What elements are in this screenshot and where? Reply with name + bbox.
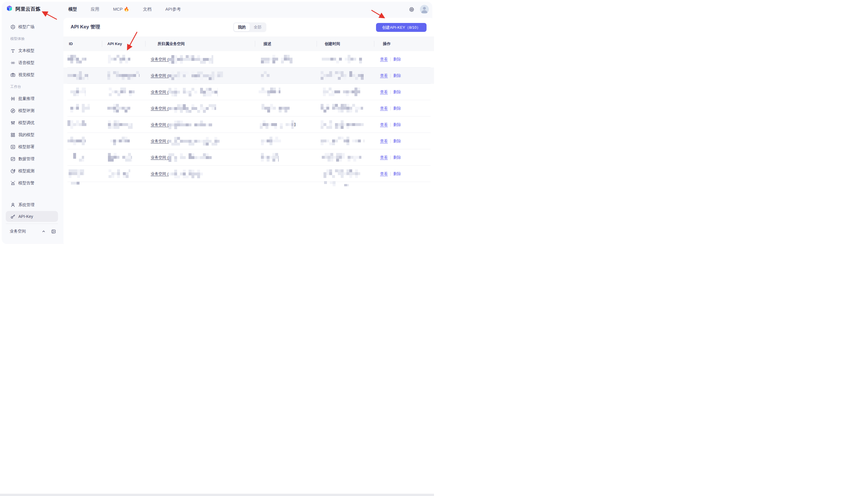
table-row: 业务空间 (查看删除 xyxy=(63,67,434,84)
workspace-link[interactable]: 业务空间 ( xyxy=(151,73,169,78)
sidebar-item[interactable]: 模型部署 xyxy=(2,141,62,153)
workspace-link[interactable]: 业务空间 ( xyxy=(151,90,169,95)
redacted-api-key xyxy=(108,55,130,63)
api-key-icon xyxy=(10,214,16,219)
column-header: 创建时间 xyxy=(325,36,340,51)
view-action-link[interactable]: 查看 xyxy=(380,122,388,127)
top-bar: 阿里云百炼 模型应用MCP 🔥文档API参考 xyxy=(2,2,432,17)
column-divider xyxy=(374,41,374,47)
sidebar-item[interactable]: 模型观测 xyxy=(2,165,62,177)
top-nav-item-3[interactable]: MCP 🔥 xyxy=(113,6,129,12)
data-management-icon xyxy=(10,156,16,161)
redacted-id xyxy=(67,71,88,80)
table-row: 业务空间 (查看删除 xyxy=(63,149,434,166)
sidebar-item[interactable]: 模型广场 xyxy=(2,21,62,33)
workspace-cell: 业务空间 ( xyxy=(151,67,223,84)
row-actions: 查看删除 xyxy=(380,117,401,133)
sidebar-item[interactable]: 视觉模型 xyxy=(2,69,62,81)
delete-action-link[interactable]: 删除 xyxy=(393,57,401,62)
delete-action-link[interactable]: 删除 xyxy=(393,171,401,176)
workspace-label: 业务空间 xyxy=(10,229,26,234)
redacted-workspace-name xyxy=(169,104,216,113)
redacted-id xyxy=(70,153,84,161)
sidebar-item[interactable]: 数据管理 xyxy=(2,153,62,165)
sidebar-item[interactable]: 模型评测 xyxy=(2,105,62,117)
user-avatar[interactable] xyxy=(420,5,429,14)
sidebar-item-label: 模型广场 xyxy=(18,25,34,30)
view-action-link[interactable]: 查看 xyxy=(380,106,388,111)
sidebar-item-system-admin[interactable]: 系统管理 xyxy=(2,199,62,211)
redacted-description xyxy=(259,88,280,96)
delete-action-link[interactable]: 删除 xyxy=(393,122,401,127)
redacted-api-key xyxy=(108,153,132,161)
redacted-workspace-name xyxy=(169,88,218,96)
text-model-icon xyxy=(10,48,16,53)
redacted-created-time xyxy=(321,71,364,80)
workspace-row: 业务空间 xyxy=(2,225,62,238)
redacted-id xyxy=(67,120,87,129)
workspace-link[interactable]: 业务空间 ( xyxy=(151,171,169,176)
sidebar-item-label: 模型部署 xyxy=(18,144,34,150)
model-plaza-icon xyxy=(10,25,16,30)
speech-model-icon xyxy=(10,60,16,65)
top-nav-item-5[interactable]: API参考 xyxy=(165,6,181,12)
redacted-created-time xyxy=(321,120,364,129)
sidebar-item-label: 系统管理 xyxy=(18,202,34,207)
column-header: 描述 xyxy=(264,36,271,51)
row-actions: 查看删除 xyxy=(380,51,401,67)
sidebar-item-label: 语音模型 xyxy=(18,60,34,65)
action-separator xyxy=(390,107,391,110)
delete-action-link[interactable]: 删除 xyxy=(393,155,401,160)
table-row: 业务空间 (]查看删除 xyxy=(63,117,434,133)
view-action-link[interactable]: 查看 xyxy=(380,90,388,95)
sidebar-section-title: 工作台 xyxy=(2,81,62,93)
batch-inference-icon xyxy=(10,96,16,101)
sidebar-nav: 模型广场模型体验文本模型语音模型视觉模型工作台批量推理模型评测模型调优我的模型模… xyxy=(2,17,62,189)
sidebar-item[interactable]: 语音模型 xyxy=(2,57,62,69)
workspace-link[interactable]: 业务空间 ( xyxy=(151,122,169,127)
view-action-link[interactable]: 查看 xyxy=(380,57,388,62)
settings-gear-icon[interactable] xyxy=(409,6,415,12)
delete-action-link[interactable]: 删除 xyxy=(393,73,401,78)
redacted-created-time xyxy=(321,104,363,112)
workspace-link[interactable]: 业务空间 ( xyxy=(151,139,169,144)
workspace-cell: 业务空间 ( xyxy=(151,100,216,117)
sidebar-item[interactable]: 我的模型 xyxy=(2,129,62,141)
brand-logo-icon xyxy=(6,4,13,13)
workspace-link[interactable]: 业务空间 ( xyxy=(151,155,169,160)
view-action-link[interactable]: 查看 xyxy=(380,73,388,78)
workspace-collapse-chevron-up-icon[interactable] xyxy=(41,229,46,234)
sidebar-item[interactable]: 模型告警 xyxy=(2,177,62,189)
view-action-link[interactable]: 查看 xyxy=(380,139,388,144)
scope-toggle-option[interactable]: 我的 xyxy=(234,23,250,31)
redacted-id xyxy=(70,88,86,96)
workspace-link[interactable]: 业务空间 ( xyxy=(151,57,169,62)
delete-action-link[interactable]: 删除 xyxy=(393,90,401,95)
delete-action-link[interactable]: 删除 xyxy=(393,106,401,111)
redacted-api-key xyxy=(106,88,135,96)
row-actions: 查看删除 xyxy=(380,133,401,149)
action-separator xyxy=(390,58,391,61)
brand[interactable]: 阿里云百炼 xyxy=(6,4,41,13)
delete-action-link[interactable]: 删除 xyxy=(393,139,401,144)
table-body: 业务空间 (查看删除业务空间 (查看删除业务空间 (查看删除业务空间 (查看删除… xyxy=(63,51,434,182)
view-action-link[interactable]: 查看 xyxy=(380,155,388,160)
sidebar-item-api-key[interactable]: API-Key xyxy=(6,211,58,222)
sidebar-item[interactable]: 模型调优 xyxy=(2,117,62,129)
top-nav-item-1[interactable]: 模型 xyxy=(68,6,77,12)
sidebar-panel-collapse-icon[interactable] xyxy=(50,229,56,234)
sidebar-item-label: 文本模型 xyxy=(18,48,34,53)
description-visible-char: ] xyxy=(294,122,295,126)
workspace-cell: 业务空间 ( xyxy=(151,51,213,67)
redacted-api-key xyxy=(107,104,133,112)
sidebar-item[interactable]: 文本模型 xyxy=(2,45,62,57)
top-nav-item-2[interactable]: 应用 xyxy=(91,6,99,12)
top-nav-item-4[interactable]: 文档 xyxy=(143,6,152,12)
view-action-link[interactable]: 查看 xyxy=(380,171,388,176)
scope-toggle-option[interactable]: 全部 xyxy=(250,23,265,31)
column-divider xyxy=(316,41,317,47)
workspace-link[interactable]: 业务空间 ( xyxy=(151,106,169,111)
create-api-key-button[interactable]: 创建API-KEY（8/10） xyxy=(376,23,427,32)
sidebar-item[interactable]: 批量推理 xyxy=(2,93,62,105)
workspace-cell: 业务空间 ( xyxy=(151,149,212,166)
